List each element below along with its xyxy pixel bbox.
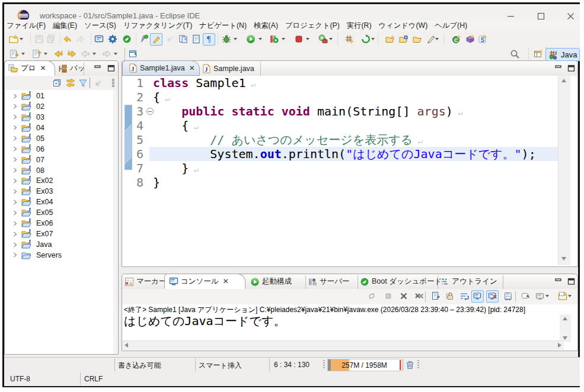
debug-dropdown-icon[interactable] bbox=[234, 38, 237, 40]
menu-2[interactable]: 編集(E) bbox=[53, 21, 77, 31]
code-text[interactable]: class Sample1 ↵{ ↵ public static void ma… bbox=[153, 76, 536, 189]
external-tools-dropdown-icon[interactable] bbox=[329, 38, 333, 40]
console-tab-5[interactable]: Boot ダッシュボード bbox=[358, 274, 440, 289]
relaunch-icon[interactable] bbox=[367, 291, 376, 301]
open-console-icon[interactable] bbox=[558, 291, 567, 301]
next-annotation-dropdown-icon[interactable] bbox=[21, 53, 25, 55]
save-icon[interactable] bbox=[34, 34, 44, 44]
gear-icon[interactable] bbox=[108, 34, 117, 44]
document-icon[interactable] bbox=[192, 34, 201, 44]
show-whitespace-icon[interactable]: ¶ bbox=[205, 34, 214, 44]
save-all-icon[interactable] bbox=[46, 34, 56, 44]
console-horizontal-scrollbar[interactable] bbox=[122, 340, 564, 350]
menu-6[interactable]: 検索(A) bbox=[254, 21, 278, 31]
chevron-right-icon[interactable] bbox=[12, 221, 18, 226]
console-tab-6[interactable]: アウトライン bbox=[438, 274, 505, 289]
scroll-lock-icon[interactable] bbox=[445, 291, 455, 301]
new-spring-project-icon[interactable]: S bbox=[478, 34, 487, 44]
scroll-up-icon[interactable] bbox=[561, 79, 566, 82]
console-tab-1[interactable]: マーカー bbox=[122, 274, 167, 289]
chevron-right-icon[interactable] bbox=[12, 94, 18, 99]
tree-item-ex04[interactable]: JEx04 bbox=[5, 197, 118, 207]
tree-item-05[interactable]: J05 bbox=[5, 133, 118, 144]
chevron-right-icon[interactable] bbox=[12, 242, 18, 248]
console-tab-3[interactable]: 起動構成 bbox=[248, 274, 308, 289]
coverage-dropdown-icon[interactable] bbox=[282, 38, 285, 40]
debug-icon[interactable] bbox=[222, 34, 231, 44]
previous-annotation-icon[interactable] bbox=[32, 49, 42, 59]
chevron-right-icon[interactable] bbox=[12, 136, 18, 141]
open-perspective-icon[interactable] bbox=[534, 49, 543, 59]
remove-all-launches-icon[interactable] bbox=[414, 291, 424, 301]
tree-item-08[interactable]: J08 bbox=[5, 165, 118, 176]
word-wrap-icon[interactable] bbox=[459, 291, 469, 301]
tree-item-01[interactable]: J01 bbox=[5, 91, 118, 101]
grip-handle[interactable] bbox=[417, 360, 419, 369]
menu-10[interactable]: ヘルプ(H) bbox=[435, 21, 467, 31]
display-console-dropdown-icon[interactable] bbox=[545, 295, 549, 297]
new-wizard-icon[interactable] bbox=[9, 34, 18, 44]
last-edit-location-icon[interactable] bbox=[54, 49, 63, 59]
link-editor-icon[interactable] bbox=[65, 78, 75, 88]
scroll-down-icon[interactable] bbox=[563, 336, 567, 340]
editor-vertical-scrollbar[interactable] bbox=[558, 76, 570, 265]
maximize-view-icon[interactable] bbox=[567, 278, 576, 285]
link-documents-icon[interactable] bbox=[178, 34, 188, 44]
folder-web-icon[interactable] bbox=[399, 34, 409, 44]
forward-dropdown-icon[interactable] bbox=[114, 53, 117, 55]
chevron-right-icon[interactable] bbox=[12, 104, 18, 109]
tree-item-ex07[interactable]: JEx07 bbox=[5, 229, 118, 239]
terminate-icon[interactable] bbox=[384, 291, 393, 301]
back-icon[interactable] bbox=[81, 49, 90, 59]
previous-annotation-dropdown-icon[interactable] bbox=[44, 53, 47, 55]
sparkle-disabled-icon[interactable] bbox=[165, 34, 175, 44]
back-dropdown-icon[interactable] bbox=[92, 53, 96, 55]
clear-console-icon[interactable] bbox=[431, 291, 441, 301]
new-package-icon[interactable] bbox=[465, 34, 475, 44]
menu-9[interactable]: ウィンドウ(W) bbox=[379, 21, 428, 31]
maximize-view-icon[interactable] bbox=[567, 65, 576, 72]
refresh-dropdown-icon[interactable] bbox=[371, 38, 375, 40]
maximize-view-icon[interactable] bbox=[107, 65, 116, 72]
tree-item-02[interactable]: J02 bbox=[5, 101, 118, 112]
tree-item-03[interactable]: J03 bbox=[5, 112, 118, 123]
chevron-right-icon[interactable] bbox=[12, 200, 18, 205]
refresh-icon[interactable] bbox=[361, 34, 371, 44]
chevron-right-icon[interactable] bbox=[12, 232, 18, 237]
open-console-dropdown-icon[interactable] bbox=[568, 295, 572, 297]
run-icon[interactable] bbox=[246, 34, 256, 44]
chevron-right-icon[interactable] bbox=[12, 157, 18, 162]
tree-item-06[interactable]: J06 bbox=[5, 144, 118, 155]
perspective-button-java[interactable]: JJava bbox=[545, 48, 580, 61]
editor-tab-sample[interactable]: JSample.java bbox=[201, 61, 261, 76]
minimize-view-icon[interactable] bbox=[554, 278, 563, 285]
pen-icon[interactable] bbox=[426, 34, 436, 44]
tab-project-explorer[interactable]: プロ✕ bbox=[4, 60, 55, 76]
menu-8[interactable]: 実行(R) bbox=[347, 21, 372, 31]
scroll-down-icon[interactable] bbox=[561, 257, 566, 261]
chevron-right-icon[interactable] bbox=[12, 114, 18, 120]
pin-console-icon[interactable] bbox=[521, 291, 531, 301]
save-output-icon[interactable] bbox=[503, 291, 513, 301]
chevron-right-icon[interactable] bbox=[12, 125, 18, 130]
open-folder-icon[interactable] bbox=[413, 34, 422, 44]
new-wizard-dropdown-icon[interactable] bbox=[20, 38, 23, 40]
chevron-right-icon[interactable] bbox=[12, 168, 18, 173]
chevron-right-icon[interactable] bbox=[12, 146, 18, 152]
profile-dropdown-icon[interactable] bbox=[306, 38, 309, 40]
menu-4[interactable]: リファクタリング(T) bbox=[123, 21, 192, 31]
trash-icon[interactable] bbox=[406, 360, 414, 369]
new-class-icon[interactable]: C bbox=[452, 34, 461, 44]
show-stderr-icon[interactable] bbox=[488, 291, 497, 301]
console-tab-2[interactable]: コンソール✕ bbox=[164, 274, 245, 289]
chevron-right-icon[interactable] bbox=[12, 210, 18, 216]
editor-tab-sample1[interactable]: JSample1.java✕ bbox=[122, 60, 200, 76]
tree-item-ex03[interactable]: JEx03 bbox=[5, 186, 118, 197]
scroll-left-icon[interactable] bbox=[125, 343, 128, 348]
console-vertical-scrollbar[interactable] bbox=[560, 314, 571, 342]
chevron-right-icon[interactable] bbox=[12, 252, 18, 258]
scroll-up-icon[interactable] bbox=[563, 317, 567, 320]
run-dropdown-icon[interactable] bbox=[259, 38, 262, 40]
undo-icon[interactable] bbox=[62, 34, 72, 44]
focus-icon[interactable] bbox=[94, 78, 103, 88]
